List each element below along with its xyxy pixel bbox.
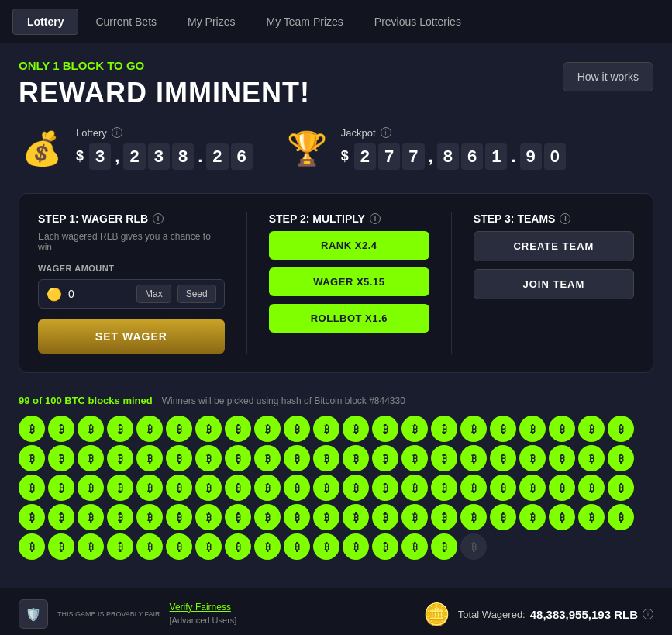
btc-block: ₿ (107, 416, 133, 442)
btc-block: ₿ (549, 445, 575, 471)
tab-current-bets[interactable]: Current Bets (81, 9, 171, 34)
btc-block: ₿ (48, 445, 74, 471)
btc-block: ₿ (549, 475, 575, 501)
btc-block: ₿ (519, 504, 546, 530)
btc-block: ₿ (431, 504, 457, 530)
jackpot-info-icon[interactable]: i (381, 127, 391, 138)
step2-title: STEP 2: MULTIPLY i (269, 212, 429, 225)
jackpot-dollar: $ (341, 148, 349, 164)
btc-block: ₿ (490, 445, 516, 471)
btc-block: ₿ (608, 445, 634, 471)
jackpot-digit-2: 7 (378, 143, 400, 170)
btc-block: ₿ (460, 416, 487, 442)
btc-block: ₿ (136, 504, 163, 530)
wager-input[interactable] (68, 288, 130, 300)
footer-left: 🛡️ THIS GAME IS PROVABLY FAIR Verify Fai… (19, 599, 236, 629)
btc-block: ₿ (343, 504, 369, 530)
btc-block: ₿ (19, 533, 45, 560)
lottery-prize-info: Lottery i $ 3 , 2 3 8 . 2 6 (76, 127, 253, 170)
btc-block: ₿ (578, 416, 605, 442)
btc-block: ₿ (401, 445, 428, 471)
rollbot-multiply-button[interactable]: ROLLBOT x1.6 (269, 304, 429, 333)
btc-block: ₿ (460, 445, 487, 471)
tab-my-prizes[interactable]: My Prizes (174, 9, 249, 34)
btc-block: ₿ (313, 504, 339, 530)
btc-block: ₿ (107, 445, 133, 471)
btc-block: ₿ (313, 445, 339, 471)
jackpot-digit-5: 6 (461, 143, 483, 170)
tab-my-team-prizes[interactable]: My Team Prizes (253, 9, 357, 34)
btc-block: ₿ (372, 504, 398, 530)
btc-block: ₿ (225, 475, 251, 501)
blocks-countdown-label: ONLY 1 BLOCK TO GO (19, 59, 310, 72)
step3-info-icon[interactable]: i (560, 213, 570, 224)
jackpot-prize-card: 🏆 Jackpot i $ 2 7 7 , 8 6 1 . 9 0 (284, 125, 566, 171)
btc-block: ₿ (372, 475, 398, 501)
max-button[interactable]: Max (136, 285, 171, 303)
btc-block: ₿ (254, 416, 281, 442)
rank-multiply-button[interactable]: RANK x2.4 (269, 231, 429, 260)
lottery-digit-1: 3 (89, 143, 111, 170)
btc-block: ₿ (195, 445, 222, 471)
btc-block: ₿ (401, 504, 428, 530)
btc-block: ₿ (19, 475, 45, 501)
seed-button[interactable]: Seed (177, 285, 216, 303)
step1-column: STEP 1: WAGER RLB i Each wagered RLB giv… (38, 212, 247, 354)
step2-info-icon[interactable]: i (370, 213, 381, 224)
lottery-digit-6: 6 (231, 143, 253, 170)
step1-description: Each wagered RLB gives you a chance to w… (38, 231, 225, 253)
btc-block: ₿ (48, 533, 74, 560)
btc-block: ₿ (519, 475, 546, 501)
wager-amount-label: WAGER AMOUNT (38, 264, 225, 273)
btc-block: ₿ (284, 533, 310, 560)
btc-block: ₿ (78, 445, 104, 471)
jackpot-digit-8: 0 (544, 143, 566, 170)
lottery-dollar: $ (76, 148, 84, 164)
step3-title: STEP 3: TEAMS i (474, 212, 634, 225)
btc-block: ₿ (78, 416, 104, 442)
join-team-button[interactable]: JOIN TEAM (474, 269, 634, 299)
create-team-button[interactable]: CREATE TEAM (474, 231, 634, 261)
verify-fairness-link[interactable]: Verify Fairness (170, 602, 237, 613)
btc-block: ₿ (195, 533, 222, 560)
btc-block: ₿ (343, 475, 369, 501)
btc-block: ₿ (343, 445, 369, 471)
btc-block: ₿ (19, 445, 45, 471)
tab-lottery[interactable]: Lottery (12, 9, 78, 35)
btc-block: ₿ (254, 504, 281, 530)
btc-block: ₿ (136, 445, 163, 471)
footer-bar: 🛡️ THIS GAME IS PROVABLY FAIR Verify Fai… (0, 588, 672, 635)
footer-right: 🪙 Total Wagered: 48,383,955,193 RLB i (423, 602, 653, 627)
btc-block: ₿ (78, 475, 104, 501)
btc-block: ₿ (343, 533, 369, 560)
step1-info-icon[interactable]: i (153, 213, 164, 224)
btc-block: ₿ (225, 504, 251, 530)
btc-block: ₿ (372, 445, 398, 471)
btc-block: ₿ (166, 416, 192, 442)
btc-block: ₿ (19, 504, 45, 530)
btc-block: ₿ (195, 475, 222, 501)
btc-block: ₿ (48, 504, 74, 530)
btc-block: ₿ (107, 475, 133, 501)
btc-block: ₿ (78, 504, 104, 530)
wager-multiply-button[interactable]: WAGER x5.15 (269, 267, 429, 296)
btc-block: ₿ (460, 475, 487, 501)
total-wagered-info-icon[interactable]: i (643, 609, 653, 619)
verify-section: Verify Fairness [Advanced Users] (170, 602, 237, 626)
header-left: ONLY 1 BLOCK TO GO REWARD IMMINENT! (19, 59, 310, 109)
advanced-users-label: [Advanced Users] (170, 616, 237, 625)
btc-block: ₿ (313, 475, 339, 501)
set-wager-button[interactable]: SET WAGER (38, 319, 225, 354)
btc-block: ₿ (166, 504, 192, 530)
jackpot-digit-4: 8 (437, 143, 459, 170)
btc-block: ₿ (136, 475, 163, 501)
how-it-works-button[interactable]: How it works (563, 62, 653, 91)
jackpot-digit-7: 9 (520, 143, 542, 170)
lottery-digit-2: 2 (123, 143, 145, 170)
lottery-info-icon[interactable]: i (112, 127, 122, 138)
tab-previous-lotteries[interactable]: Previous Lotteries (360, 9, 475, 34)
btc-block: ₿ (254, 475, 281, 501)
btc-block: ₿ (195, 416, 222, 442)
shield-icon: 🛡️ (26, 607, 41, 622)
btc-block: ₿ (578, 445, 605, 471)
